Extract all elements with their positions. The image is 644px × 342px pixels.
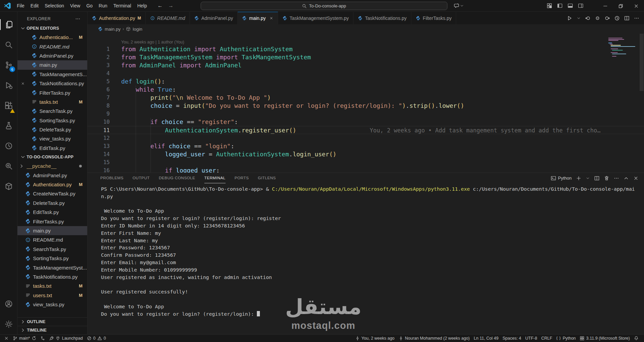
activity-testing[interactable]	[0, 116, 18, 136]
toggle-panel-button[interactable]	[566, 1, 575, 10]
open-editor-filtertasks-py[interactable]: FilterTasks.py	[18, 88, 87, 97]
activity-source-control[interactable]: 6	[0, 55, 18, 75]
tree-item-pycache[interactable]: __pycache__	[18, 161, 87, 170]
panel-tab-output[interactable]: OUTPUT	[133, 173, 150, 183]
open-editor-sortingtasks-py[interactable]: SortingTasks.py	[18, 116, 87, 125]
kill-terminal-button[interactable]	[604, 176, 609, 181]
menu-view[interactable]: View	[67, 2, 83, 9]
menu-run[interactable]: Run	[96, 2, 110, 9]
open-editor-deletetask-py[interactable]: DeleteTask.py	[18, 125, 87, 134]
maximize-panel-button[interactable]	[623, 176, 629, 181]
panel-tab-ports[interactable]: PORTS	[235, 173, 249, 183]
status-cursor-position[interactable]: Ln 11, Col 49	[472, 335, 500, 342]
tree-item-edittask-py[interactable]: EditTask.py	[18, 208, 87, 217]
open-editors-section-header[interactable]: OPEN EDITORS	[18, 24, 87, 33]
tab-readme-md[interactable]: README.md	[146, 12, 190, 24]
toggle-secondary-sidebar-button[interactable]	[576, 1, 585, 10]
breadcrumb-file[interactable]: main.py	[105, 27, 121, 32]
status-remote-indicator[interactable]	[2, 335, 11, 342]
open-editor-adminpanel-py[interactable]: AdminPanel.py	[18, 51, 87, 60]
panel-tab-terminal[interactable]: TERMINAL	[204, 173, 226, 183]
open-editor-main-py[interactable]: main.py	[18, 60, 87, 69]
tree-item-sortingtasks-py[interactable]: SortingTasks.py	[18, 254, 87, 263]
status-gitlens-graph[interactable]	[38, 335, 47, 342]
status-language-mode[interactable]: { }Python	[554, 335, 578, 342]
status-blame-author[interactable]: Nouran Mohammed (2 weeks ago)	[397, 335, 472, 342]
tree-item-deletetask-py[interactable]: DeleteTask.py	[18, 198, 87, 208]
explorer-more-actions-button[interactable]	[75, 16, 80, 22]
activity-accounts[interactable]	[0, 294, 18, 314]
timeline-section-header[interactable]: TIMELINE	[18, 326, 87, 334]
activity-explorer[interactable]	[0, 14, 18, 35]
run-dropdown[interactable]	[577, 16, 581, 20]
activity-search[interactable]	[0, 35, 18, 55]
split-terminal-button[interactable]	[594, 176, 600, 181]
status-notifications[interactable]	[632, 335, 641, 342]
code-editor[interactable]: You, 2 weeks ago | 1 author (You) 1from …	[88, 34, 644, 173]
activity-gitlens-inspect[interactable]	[0, 156, 18, 176]
menu-selection[interactable]: Selection	[42, 2, 67, 9]
gitlens-open-changes-button[interactable]	[595, 15, 600, 21]
tree-item-view-tasks-py[interactable]: view_tasks.py	[18, 300, 87, 309]
navigate-forward-button[interactable]: →	[168, 3, 173, 9]
open-editor-taskmanagements[interactable]: TaskManagementS...	[18, 70, 87, 79]
close-window-button[interactable]	[629, 0, 644, 12]
status-gitlens-launchpad[interactable]: Launchpad	[47, 335, 85, 342]
tree-item-tasks-txt[interactable]: tasks.txtM	[18, 281, 87, 290]
terminal-cursor[interactable]	[257, 311, 260, 316]
menu-terminal[interactable]: Terminal	[110, 2, 134, 9]
minimize-button[interactable]	[598, 0, 613, 12]
open-editor-searchtask-py[interactable]: SearchTask.py	[18, 106, 87, 116]
customize-layout-button[interactable]	[545, 1, 554, 10]
menu-help[interactable]: Help	[134, 2, 150, 9]
menu-edit[interactable]: Edit	[28, 2, 42, 9]
tree-item-createnewtask-py[interactable]: CreateNewTask.py	[18, 189, 87, 198]
copilot-button[interactable]	[452, 1, 466, 10]
activity-gitlens[interactable]	[0, 136, 18, 156]
menu-file[interactable]: File	[14, 2, 28, 9]
menu-go[interactable]: Go	[83, 2, 96, 9]
tree-item-adminpanel-py[interactable]: AdminPanel.py	[18, 170, 87, 180]
status-eol[interactable]: CRLF	[539, 335, 554, 342]
workspace-section-header[interactable]: TO-DO-CONSOLE-APP	[18, 153, 87, 161]
run-python-file-button[interactable]	[567, 15, 572, 21]
navigate-back-button[interactable]: ←	[157, 3, 163, 9]
activity-settings[interactable]	[0, 314, 18, 334]
editor-more-actions-button[interactable]	[634, 15, 639, 21]
panel-tab-gitlens[interactable]: GITLENS	[258, 173, 276, 183]
open-editor-tasks-txt[interactable]: tasks.txtM	[18, 97, 87, 106]
terminal-shell-label[interactable]: Python	[551, 176, 572, 181]
split-editor-button[interactable]	[624, 15, 630, 21]
status-problems-counts[interactable]: 00	[85, 335, 108, 342]
terminal-launch-dropdown[interactable]	[586, 176, 590, 180]
tree-item-readme-md[interactable]: README.md	[18, 235, 87, 244]
status-blame-you[interactable]: You, 2 weeks ago	[353, 335, 397, 342]
status-encoding[interactable]: UTF-8	[523, 335, 539, 342]
activity-remote-explorer[interactable]	[0, 176, 18, 196]
tree-item-taskmanagementsyst[interactable]: TaskManagementSyst...	[18, 263, 87, 272]
outline-section-header[interactable]: OUTLINE	[18, 317, 87, 326]
minimap[interactable]	[608, 38, 638, 57]
close-panel-button[interactable]	[633, 176, 639, 181]
tab-main-py[interactable]: main.py	[238, 12, 278, 24]
tree-item-main-py[interactable]: main.py	[18, 226, 87, 235]
terminal-more-actions-button[interactable]	[614, 176, 619, 181]
editor-scrollbar[interactable]	[639, 34, 644, 173]
tree-item-authentication-py[interactable]: Authentication.pyM	[18, 180, 87, 189]
tab-authentication-py[interactable]: Authentication.pyM	[88, 12, 146, 24]
terminal[interactable]: PS C:\Users\Nouran\Documents\GitHub\To-D…	[88, 183, 644, 334]
open-editor-readme-md[interactable]: README.md	[18, 42, 87, 51]
open-editor-authenticatio[interactable]: Authenticatio...M	[18, 33, 87, 42]
activity-run-and-debug[interactable]	[0, 75, 18, 95]
status-python-interpreter[interactable]: 3.11.9 (Microsoft Store)	[578, 335, 632, 342]
status-git-branch[interactable]: main*	[11, 335, 38, 342]
tree-item-filtertasks-py[interactable]: FilterTasks.py	[18, 217, 87, 226]
panel-tab-debug-console[interactable]: DEBUG CONSOLE	[159, 173, 195, 183]
tab-filtertasks-py[interactable]: FilterTasks.py	[411, 12, 456, 24]
tree-item-users-txt[interactable]: users.txtM	[18, 291, 87, 300]
status-indentation[interactable]: Spaces: 4	[501, 335, 523, 342]
command-center-search[interactable]: To-Do-console-app	[201, 2, 447, 10]
tree-item-searchtask-py[interactable]: SearchTask.py	[18, 245, 87, 254]
file-history-button[interactable]	[614, 15, 620, 21]
gitlens-next-change-button[interactable]	[605, 15, 610, 21]
